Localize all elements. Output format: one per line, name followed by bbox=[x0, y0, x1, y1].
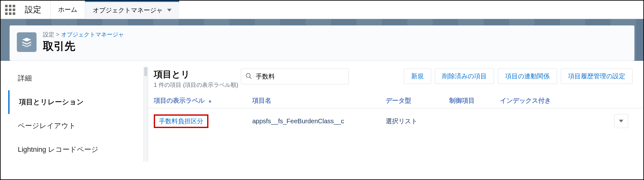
col-label[interactable]: 項目の表示ラベル ▲ bbox=[154, 96, 252, 105]
history-tracking-button[interactable]: 項目履歴管理の設定 bbox=[561, 68, 633, 84]
section-subtitle: 1 件の項目 (項目の表示ラベル順) bbox=[154, 81, 238, 89]
page-title: 設定 bbox=[25, 4, 41, 15]
section-title: 項目とリ bbox=[154, 68, 238, 80]
search-input[interactable] bbox=[241, 68, 349, 84]
search-icon bbox=[245, 73, 252, 81]
col-indexed[interactable]: インデックス付き bbox=[500, 96, 638, 105]
field-data-type: 選択リスト bbox=[386, 117, 449, 125]
breadcrumb-link-object-manager[interactable]: オブジェクトマネージャ bbox=[61, 31, 124, 38]
field-api-name: appsfs__fs_FeeBurdenClass__c bbox=[252, 118, 386, 125]
object-layers-icon bbox=[17, 32, 37, 52]
field-dependencies-button[interactable]: 項目の連動関係 bbox=[498, 68, 557, 84]
breadcrumb-parent: 設定 bbox=[43, 31, 54, 38]
table-header: 項目の表示ラベル ▲ 項目名 データ型 制御項目 インデックス付き bbox=[148, 89, 643, 108]
chevron-down-icon bbox=[167, 7, 172, 14]
deleted-fields-button[interactable]: 削除済みの項目 bbox=[435, 68, 494, 84]
sidebar-item-lightning-pages[interactable]: Lightning レコードページ bbox=[8, 138, 148, 162]
table-row: 手数料負担区分 appsfs__fs_FeeBurdenClass__c 選択リ… bbox=[148, 108, 643, 134]
field-label-link[interactable]: 手数料負担区分 bbox=[154, 114, 208, 128]
sidebar-item-fields-relations[interactable]: 項目とリレーション bbox=[8, 90, 148, 114]
app-launcher-icon[interactable] bbox=[1, 1, 20, 19]
tab-home[interactable]: ホーム bbox=[50, 1, 85, 19]
col-api[interactable]: 項目名 bbox=[252, 96, 386, 105]
sidebar-scrollbar[interactable] bbox=[143, 67, 148, 162]
svg-point-0 bbox=[246, 74, 250, 78]
tab-object-manager[interactable]: オブジェクトマネージャ bbox=[85, 1, 179, 19]
col-control[interactable]: 制御項目 bbox=[449, 96, 500, 105]
object-title: 取引先 bbox=[43, 39, 124, 54]
col-label-text: 項目の表示ラベル bbox=[154, 96, 205, 105]
row-action-menu[interactable] bbox=[614, 114, 628, 128]
tab-object-manager-label: オブジェクトマネージャ bbox=[93, 6, 163, 15]
new-button[interactable]: 新規 bbox=[404, 68, 431, 84]
sidebar-item-details[interactable]: 詳細 bbox=[8, 67, 148, 90]
col-type[interactable]: データ型 bbox=[386, 96, 449, 105]
breadcrumb: 設定 > オブジェクトマネージャ bbox=[43, 31, 124, 38]
header-card: 設定 > オブジェクトマネージャ 取引先 bbox=[10, 25, 634, 61]
sidebar-item-page-layouts[interactable]: ページレイアウト bbox=[8, 114, 148, 138]
sort-asc-icon: ▲ bbox=[208, 98, 212, 103]
svg-line-1 bbox=[250, 77, 252, 79]
